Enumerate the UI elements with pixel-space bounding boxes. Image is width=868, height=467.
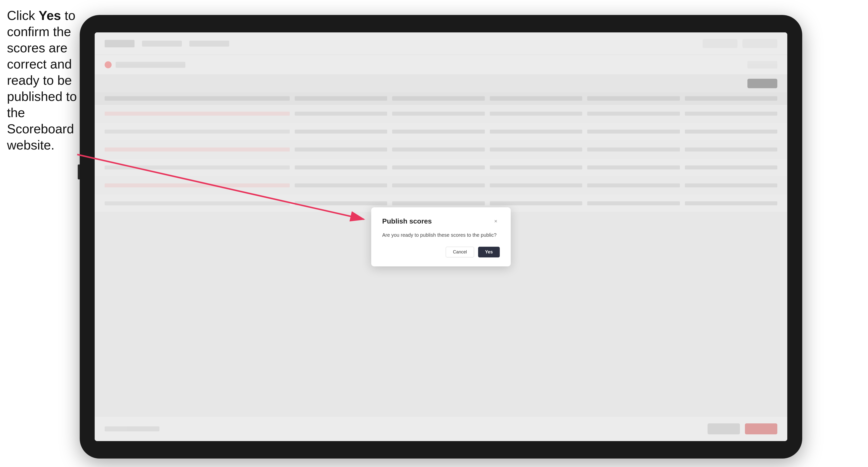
cancel-button[interactable]: Cancel: [446, 247, 474, 257]
publish-scores-dialog: Publish scores × Are you ready to publis…: [371, 207, 511, 267]
modal-title-row: Publish scores ×: [382, 217, 500, 225]
modal-close-button[interactable]: ×: [492, 217, 500, 225]
tablet-screen: Publish scores × Are you ready to publis…: [95, 32, 787, 441]
modal-body-text: Are you ready to publish these scores to…: [382, 231, 500, 239]
modal-title: Publish scores: [382, 217, 432, 225]
tablet-frame: Publish scores × Are you ready to publis…: [80, 15, 802, 459]
modal-footer: Cancel Yes: [382, 247, 500, 257]
instruction-text: Click Yes to confirm the scores are corr…: [7, 7, 79, 153]
yes-button[interactable]: Yes: [478, 247, 500, 257]
tablet-side-button: [78, 164, 80, 180]
modal-overlay: Publish scores × Are you ready to publis…: [95, 32, 787, 441]
